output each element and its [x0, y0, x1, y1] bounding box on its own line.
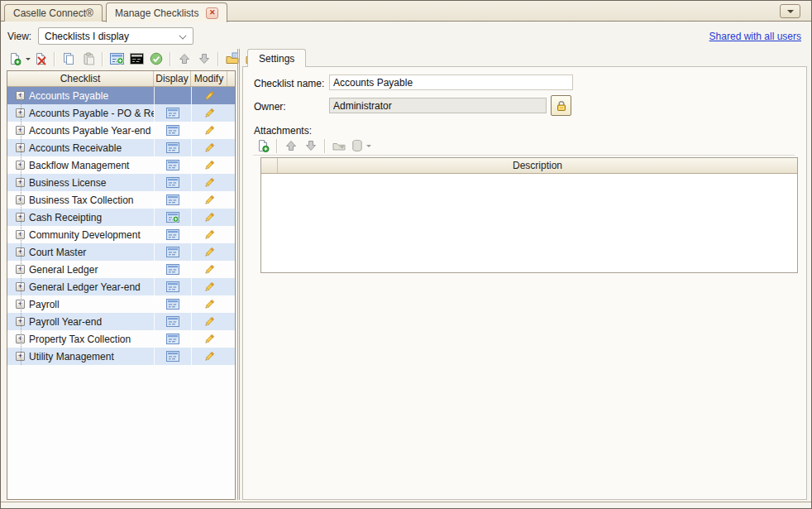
checklist-row[interactable]: Accounts Receivable: [7, 139, 235, 156]
tab-manage-checklists[interactable]: Manage Checklists ✕: [106, 2, 227, 22]
add-display-button[interactable]: [107, 50, 127, 68]
tab-list-dropdown-button[interactable]: [780, 4, 800, 18]
delete-page-icon: [34, 52, 47, 65]
checklist-name-cell: Property Tax Collection: [26, 334, 154, 345]
modify-pencil-icon[interactable]: [191, 243, 227, 261]
move-up-button[interactable]: [174, 50, 194, 68]
checklist-row[interactable]: Payroll: [7, 295, 235, 313]
tab-caselle-connect[interactable]: Caselle Connect®: [4, 4, 103, 22]
row-filler: [227, 313, 235, 330]
checklist-name-cell: Business License: [26, 177, 154, 189]
move-down-button[interactable]: [194, 50, 214, 68]
checklist-row[interactable]: Business Tax Collection: [7, 191, 235, 209]
toolbar-separator: [54, 52, 55, 66]
modify-pencil-icon[interactable]: [191, 330, 227, 348]
remove-display-button[interactable]: [127, 50, 146, 68]
panel-splitter[interactable]: [237, 49, 240, 500]
toolbar-separator: [324, 139, 326, 153]
checklist-row[interactable]: General Ledger: [7, 261, 235, 278]
paste-icon: [82, 52, 95, 65]
checklist-row[interactable]: Court Master: [7, 243, 235, 261]
display-cell[interactable]: [154, 261, 191, 278]
tree-cell: [7, 247, 26, 257]
checklist-row[interactable]: Business License: [7, 174, 235, 191]
new-attachment-button[interactable]: [253, 137, 273, 155]
attachment-storage-button[interactable]: [349, 137, 365, 155]
display-cell[interactable]: [154, 156, 191, 174]
display-cell[interactable]: [154, 174, 191, 191]
chevron-down-icon: [179, 34, 187, 39]
checklist-row[interactable]: Accounts Payable: [7, 87, 235, 104]
display-cell[interactable]: [154, 278, 191, 295]
display-cell[interactable]: [154, 209, 191, 226]
display-cell[interactable]: [154, 348, 191, 365]
display-cell[interactable]: [154, 122, 191, 139]
checklist-row[interactable]: Property Tax Collection: [7, 330, 235, 348]
checklist-row[interactable]: Backflow Management: [7, 156, 235, 174]
storage-dropdown-icon[interactable]: [366, 145, 371, 147]
checklist-name-cell: Business Tax Collection: [26, 194, 154, 206]
modify-pencil-icon[interactable]: [191, 156, 227, 174]
modify-pencil-icon[interactable]: [191, 313, 227, 330]
row-filler: [227, 191, 235, 209]
column-header-modify[interactable]: Modify: [191, 71, 227, 86]
modify-pencil-icon[interactable]: [191, 122, 227, 139]
checklist-row[interactable]: Accounts Payable - PO & Req: [7, 104, 235, 122]
view-select[interactable]: Checklists I display: [38, 27, 193, 45]
checklist-name-cell: General Ledger Year-end: [26, 281, 154, 293]
column-header-display[interactable]: Display: [154, 71, 191, 86]
display-cell[interactable]: [154, 313, 191, 330]
tab-settings[interactable]: Settings: [247, 49, 306, 67]
toolbar-separator: [217, 52, 219, 66]
paste-button[interactable]: [79, 50, 98, 68]
column-header-filler: [227, 71, 235, 86]
checklist-row[interactable]: Utility Management: [7, 348, 235, 365]
row-filler: [227, 243, 235, 261]
checklist-name-cell: General Ledger: [26, 264, 154, 276]
checklist-row[interactable]: Cash Receipting: [7, 209, 235, 226]
row-filler: [227, 174, 235, 191]
modify-pencil-icon[interactable]: [191, 209, 227, 226]
checklist-row[interactable]: Payroll Year-end: [7, 313, 235, 330]
checklist-name-input[interactable]: [329, 74, 573, 90]
modify-pencil-icon[interactable]: [191, 226, 227, 243]
close-tab-icon[interactable]: ✕: [206, 7, 218, 19]
attachment-move-up-button[interactable]: [281, 137, 301, 155]
form-gray-icon: [130, 53, 144, 65]
tree-cell: [7, 334, 26, 343]
display-cell[interactable]: [154, 243, 191, 261]
modify-pencil-icon[interactable]: [191, 278, 227, 295]
checklist-row[interactable]: Accounts Payable Year-end: [7, 122, 235, 139]
export-attachment-button[interactable]: [329, 137, 349, 155]
modify-pencil-icon[interactable]: [191, 104, 227, 122]
modify-pencil-icon[interactable]: [191, 139, 227, 156]
copy-button[interactable]: [59, 50, 79, 68]
modify-pencil-icon[interactable]: [191, 191, 227, 209]
column-header-checklist[interactable]: Checklist: [7, 71, 154, 86]
display-cell[interactable]: [154, 226, 191, 243]
display-cell[interactable]: [154, 104, 191, 122]
tree-cell: [7, 126, 26, 135]
modify-pencil-icon[interactable]: [191, 87, 227, 104]
checklist-row[interactable]: Community Development: [7, 226, 235, 243]
display-cell[interactable]: [154, 87, 191, 104]
display-cell[interactable]: [154, 295, 191, 313]
display-cell[interactable]: [154, 191, 191, 209]
modify-pencil-icon[interactable]: [191, 261, 227, 278]
display-cell[interactable]: [154, 139, 191, 156]
attachment-move-down-button[interactable]: [301, 137, 321, 155]
shared-with-all-users-link[interactable]: Shared with all users: [709, 31, 801, 42]
delete-checklist-button[interactable]: [31, 50, 50, 68]
modify-pencil-icon[interactable]: [191, 174, 227, 191]
change-owner-button[interactable]: [551, 95, 571, 116]
owner-input[interactable]: [329, 98, 547, 113]
checklist-row[interactable]: General Ledger Year-end: [7, 278, 235, 295]
new-checklist-button[interactable]: [5, 50, 25, 68]
modify-pencil-icon[interactable]: [191, 348, 227, 365]
database-gray-icon: [351, 139, 364, 152]
mark-complete-button[interactable]: [146, 50, 166, 68]
display-cell[interactable]: [154, 330, 191, 348]
modify-pencil-icon[interactable]: [191, 295, 227, 313]
row-filler: [227, 122, 235, 139]
column-header-description[interactable]: Description: [278, 158, 797, 173]
